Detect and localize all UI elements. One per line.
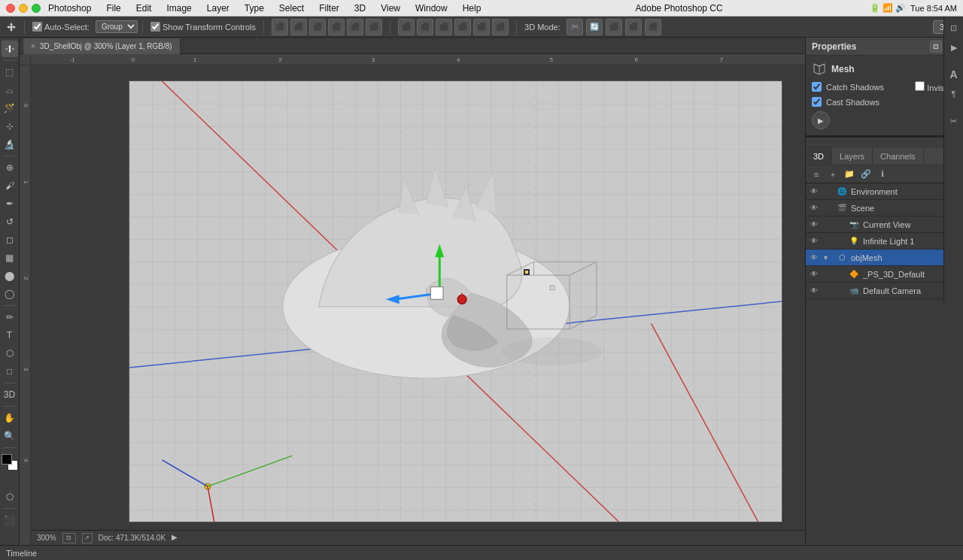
layer-environment[interactable]: 👁 🌐 Environment (806, 183, 963, 200)
menu-photoshop[interactable]: Photoshop (41, 0, 99, 16)
shape-tool[interactable]: □ (2, 363, 18, 380)
eraser-tool[interactable]: ◻ (2, 232, 18, 248)
ptool-folder[interactable]: 📁 (842, 168, 857, 181)
auto-select-checkbox[interactable] (32, 22, 42, 32)
layer-vis-camera[interactable]: 👁 (809, 286, 819, 296)
prop-icon-paragraph[interactable]: ¶ (946, 86, 962, 102)
layer-ps3d-default[interactable]: 👁 🔶 _PS_3D_Default (806, 266, 963, 283)
dist-btn4[interactable]: ⬛ (454, 19, 471, 35)
tab-layers[interactable]: Layers (832, 147, 873, 165)
align-left-btn[interactable]: ⬛ (328, 19, 345, 35)
blur-tool[interactable]: ⬤ (2, 268, 18, 284)
foreground-bg-colors[interactable] (2, 454, 18, 471)
crop-tool[interactable]: ⊹ (2, 118, 18, 135)
zoom-tool[interactable]: 🔍 (2, 428, 18, 444)
menu-filter[interactable]: Filter (311, 0, 347, 16)
zoom-fit-btn[interactable]: ⊡ (62, 533, 76, 543)
ptool-new[interactable]: + (825, 168, 840, 181)
menu-edit[interactable]: Edit (129, 0, 159, 16)
layer-vis-currentview[interactable]: 👁 (809, 219, 819, 230)
dodge-tool[interactable]: ◯ (2, 286, 18, 302)
cast-shadows-checkbox[interactable] (812, 97, 822, 107)
menu-help[interactable]: Help (455, 0, 489, 16)
brush-tool[interactable]: 🖌 (2, 177, 18, 194)
dist-btn6[interactable]: ⬛ (492, 19, 509, 35)
align-top-btn[interactable]: ⬛ (272, 19, 288, 35)
menu-view[interactable]: View (373, 0, 408, 16)
close-button[interactable] (6, 4, 15, 13)
show-transform-checkbox[interactable] (150, 22, 160, 32)
clone-tool[interactable]: ✒ (2, 195, 18, 212)
quick-select-tool[interactable]: 🪄 (2, 100, 18, 117)
dist-btn2[interactable]: ⬛ (417, 19, 433, 35)
prop-icon-play[interactable]: ▶ (946, 39, 962, 56)
screen-mode-toggle[interactable]: ⬛ (2, 512, 18, 528)
3d-mode-btn2[interactable]: 🔄 (586, 19, 603, 35)
catch-shadows-checkbox[interactable] (812, 82, 822, 92)
align-bottom-btn[interactable]: ⬛ (309, 19, 326, 35)
3d-mode-btn1[interactable]: 🎮 (567, 19, 583, 35)
prop-icon-1[interactable]: ⊡ (930, 41, 942, 53)
quick-mask-toggle[interactable]: ⬠ (2, 489, 18, 505)
3d-viewport[interactable] (129, 80, 782, 522)
gradient-tool[interactable]: ▦ (2, 250, 18, 266)
pen-tool[interactable]: ✏ (2, 309, 18, 325)
align-center-btn[interactable]: ⬛ (347, 19, 363, 35)
3d-tool[interactable]: 3D (2, 386, 18, 403)
align-right-btn[interactable]: ⬛ (366, 19, 382, 35)
3d-mode-btn4[interactable]: ⬛ (625, 19, 642, 35)
ptool-info[interactable]: ℹ (875, 168, 890, 181)
dist-btn3[interactable]: ⬛ (436, 19, 452, 35)
menu-image[interactable]: Image (159, 0, 199, 16)
path-tool[interactable]: ⬡ (2, 345, 18, 362)
zoom-export-btn[interactable]: ↗ (82, 533, 93, 543)
layer-vis-scene[interactable]: 👁 (809, 203, 819, 213)
menu-select[interactable]: Select (272, 0, 311, 16)
dist-btn5[interactable]: ⬛ (473, 19, 490, 35)
layer-vis-objmesh[interactable]: 👁 (809, 253, 819, 263)
prop-icon-mesh[interactable]: ⊡ (946, 20, 962, 36)
document-tab[interactable]: × 3D_ShellObj @ 300% (Layer 1, RGB/8) (23, 38, 181, 54)
tab-close-btn[interactable]: × (31, 42, 35, 50)
type-tool[interactable]: T (2, 327, 18, 344)
prop-icon-scissors[interactable]: ✂ (946, 113, 962, 129)
ptool-link[interactable]: 🔗 (858, 168, 873, 181)
invisible-checkbox[interactable] (915, 81, 925, 91)
prop-icon-a[interactable]: A (946, 66, 962, 83)
tab-3d[interactable]: 3D (806, 147, 832, 165)
menu-3d[interactable]: 3D (347, 0, 373, 16)
render-play-btn[interactable]: ▶ (812, 111, 830, 129)
auto-select-dropdown[interactable]: Group Layer (96, 20, 138, 33)
marquee-tool[interactable]: ⬚ (2, 64, 18, 80)
menu-type[interactable]: Type (237, 0, 272, 16)
lasso-tool[interactable]: ⌓ (2, 82, 18, 98)
status-bar: 300% ⊡ ↗ Doc: 471.3K/514.0K ▶ (31, 530, 805, 545)
history-brush[interactable]: ↺ (2, 213, 18, 230)
menu-file[interactable]: File (99, 0, 128, 16)
canvas-viewport[interactable]: ⊡ 300% ⊡ ↗ Doc: 471.3K/514.0K ▶ (31, 65, 805, 545)
maximize-button[interactable] (32, 4, 41, 13)
3d-mode-btn3[interactable]: ⬛ (606, 19, 622, 35)
align-mid-btn[interactable]: ⬛ (290, 19, 307, 35)
healing-tool[interactable]: ⊕ (2, 159, 18, 176)
layer-vis-light[interactable]: 👁 (809, 236, 819, 247)
layer-default-camera[interactable]: 👁 📹 Default Camera (806, 283, 963, 299)
layer-infinite-light[interactable]: 👁 💡 Infinite Light 1 (806, 233, 963, 250)
minimize-button[interactable] (19, 4, 28, 13)
layer-current-view[interactable]: 👁 📷 Current View (806, 216, 963, 233)
layer-scene[interactable]: 👁 🎬 Scene (806, 200, 963, 216)
dist-btn1[interactable]: ⬛ (398, 19, 415, 35)
move-tool[interactable] (2, 41, 18, 57)
layer-vis-ps3d[interactable]: 👁 (809, 269, 819, 280)
layer-vis-environment[interactable]: 👁 (809, 186, 819, 197)
hand-tool[interactable]: ✋ (2, 410, 18, 426)
eyedropper-tool[interactable]: 🔬 (2, 136, 18, 153)
menu-layer[interactable]: Layer (199, 0, 237, 16)
tab-channels[interactable]: Channels (873, 147, 923, 165)
menu-window[interactable]: Window (408, 0, 455, 16)
ptool-filter[interactable]: ≡ (809, 168, 824, 181)
layer-objmesh[interactable]: 👁 ▼ ⬡ objMesh (806, 250, 963, 266)
3d-mode-btn5[interactable]: ⬛ (645, 19, 661, 35)
layer-expand-objmesh[interactable]: ▼ (822, 254, 833, 262)
doc-info-arrow[interactable]: ▶ (172, 533, 182, 543)
